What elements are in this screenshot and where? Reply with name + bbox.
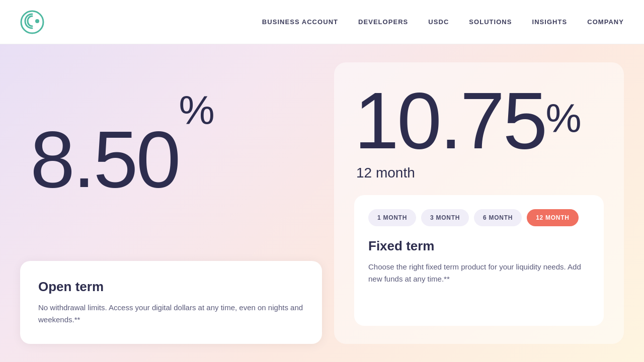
open-term-rate-display: 8.50 % [20,62,322,261]
open-term-section: 8.50 % Open term No withdrawal limits. A… [20,62,322,344]
nav-item-business-account[interactable]: BUSINESS ACCOUNT [262,18,338,26]
fixed-term-rate-display: 10.75 % [354,80,604,161]
open-term-rate-integer: 8 [30,114,73,204]
fixed-term-title: Fixed term [368,238,590,254]
main-nav: BUSINESS ACCOUNT DEVELOPERS USDC SOLUTIO… [262,18,624,26]
nav-item-insights[interactable]: INSIGHTS [532,18,568,26]
open-term-card: Open term No withdrawal limits. Access y… [20,261,322,344]
circle-logo-icon [20,10,44,34]
fixed-term-rate-percent: % [545,96,581,142]
header: BUSINESS ACCOUNT DEVELOPERS USDC SOLUTIO… [0,0,644,44]
nav-item-usdc[interactable]: USDC [428,18,449,26]
logo-container[interactable] [20,10,44,34]
open-term-description: No withdrawal limits. Access your digita… [38,302,304,326]
term-button-3month[interactable]: 3 MONTH [421,209,469,226]
open-term-title: Open term [38,279,304,295]
fixed-term-inner-card: 1 MONTH 3 MONTH 6 MONTH 12 MONTH Fixed t… [354,195,604,326]
term-button-6month[interactable]: 6 MONTH [474,209,522,226]
fixed-term-period: 12 month [354,165,604,181]
open-term-rate-percent: % [179,87,214,134]
svg-point-1 [35,19,39,23]
nav-item-company[interactable]: COMPANY [587,18,624,26]
term-buttons-group: 1 MONTH 3 MONTH 6 MONTH 12 MONTH [368,209,590,226]
fixed-term-rate-number: 10.75 [354,80,545,161]
fixed-term-section: 10.75 % 12 month 1 MONTH 3 MONTH 6 MONTH… [334,62,624,344]
open-term-rate-number: 8.50 [30,119,179,200]
fixed-term-description: Choose the right fixed term product for … [368,261,590,285]
term-button-1month[interactable]: 1 MONTH [368,209,416,226]
open-term-rate-decimal: .50 [73,114,179,204]
main-content: 8.50 % Open term No withdrawal limits. A… [0,44,644,362]
fixed-term-rate-integer: 10 [354,75,440,165]
term-button-12month[interactable]: 12 MONTH [527,209,578,226]
nav-item-solutions[interactable]: SOLUTIONS [469,18,512,26]
fixed-term-rate-decimal: .75 [440,75,545,165]
nav-item-developers[interactable]: DEVELOPERS [358,18,408,26]
